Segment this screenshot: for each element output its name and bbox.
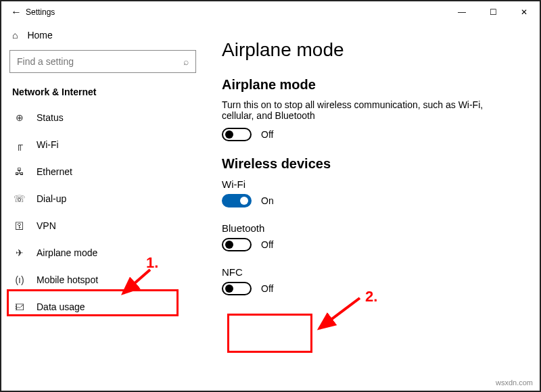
window-title: Settings — [26, 7, 446, 17]
ethernet-icon: 🖧 — [14, 166, 26, 177]
sidebar-item-label: Airplane mode — [37, 247, 97, 258]
wifi-icon: ╓ — [14, 139, 26, 150]
sidebar-item-label: Wi-Fi — [37, 139, 59, 150]
vpn-icon: ⚿ — [14, 220, 26, 231]
sidebar-item-data-usage[interactable]: 🗠 Data usage — [9, 293, 196, 320]
bluetooth-toggle[interactable] — [222, 238, 252, 251]
sidebar: ⌂ Home Find a setting ⌕ Network & Intern… — [1, 23, 204, 391]
data-usage-icon: 🗠 — [14, 301, 26, 312]
sidebar-item-status[interactable]: ⊕ Status — [9, 104, 196, 131]
nfc-label: NFC — [222, 266, 522, 278]
sidebar-item-label: Mobile hotspot — [37, 274, 98, 285]
sidebar-item-label: Data usage — [37, 301, 85, 312]
bluetooth-state: Off — [261, 239, 273, 250]
sidebar-item-label: Ethernet — [37, 166, 72, 177]
status-icon: ⊕ — [14, 112, 26, 123]
minimize-button[interactable]: — — [446, 1, 477, 23]
nfc-toggle[interactable] — [222, 282, 252, 295]
search-input[interactable]: Find a setting ⌕ — [9, 50, 196, 73]
home-nav[interactable]: ⌂ Home — [9, 23, 196, 50]
home-label: Home — [27, 30, 52, 41]
sidebar-item-mobile-hotspot[interactable]: (ı) Mobile hotspot — [9, 266, 196, 293]
sidebar-item-label: VPN — [37, 220, 56, 231]
sidebar-item-ethernet[interactable]: 🖧 Ethernet — [9, 158, 196, 185]
back-button[interactable]: ← — [7, 6, 26, 18]
home-icon: ⌂ — [12, 30, 18, 41]
category-heading: Network & Internet — [9, 85, 196, 104]
wireless-devices-heading: Wireless devices — [222, 156, 522, 172]
search-icon: ⌕ — [183, 56, 189, 67]
sidebar-item-vpn[interactable]: ⚿ VPN — [9, 212, 196, 239]
sidebar-item-dialup[interactable]: ☏ Dial-up — [9, 185, 196, 212]
nfc-state: Off — [261, 283, 273, 294]
airplane-mode-state: Off — [261, 129, 273, 140]
sidebar-item-airplane-mode[interactable]: ✈ Airplane mode — [9, 239, 196, 266]
wifi-state: On — [261, 195, 274, 206]
wifi-toggle[interactable] — [222, 194, 252, 207]
sidebar-item-label: Dial-up — [37, 193, 66, 204]
sidebar-item-wifi[interactable]: ╓ Wi-Fi — [9, 131, 196, 158]
sidebar-item-label: Status — [37, 112, 64, 123]
close-button[interactable]: ✕ — [509, 1, 540, 23]
window-controls: — ☐ ✕ — [446, 1, 540, 23]
airplane-mode-heading: Airplane mode — [222, 77, 522, 93]
hotspot-icon: (ı) — [14, 274, 26, 285]
titlebar: ← Settings — ☐ ✕ — [1, 1, 540, 23]
wifi-label: Wi-Fi — [222, 178, 522, 190]
airplane-mode-description: Turn this on to stop all wireless commun… — [222, 99, 506, 121]
content-pane: Airplane mode Airplane mode Turn this on… — [204, 23, 540, 391]
airplane-icon: ✈ — [14, 247, 26, 258]
search-placeholder: Find a setting — [17, 56, 74, 67]
airplane-mode-toggle[interactable] — [222, 128, 252, 141]
page-title: Airplane mode — [222, 39, 522, 61]
dialup-icon: ☏ — [14, 193, 26, 204]
bluetooth-label: Bluetooth — [222, 222, 522, 234]
watermark: wsxdn.com — [496, 378, 533, 387]
maximize-button[interactable]: ☐ — [477, 1, 509, 23]
